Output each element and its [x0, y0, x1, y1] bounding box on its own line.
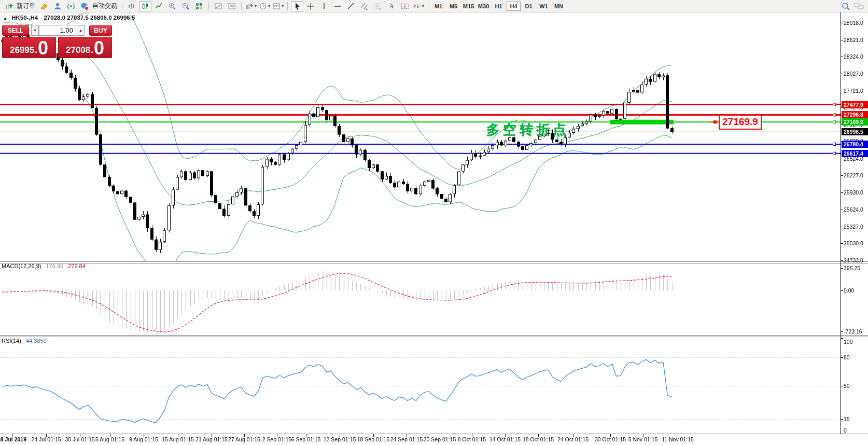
new-chart-button[interactable]: ▾ — [245, 1, 257, 11]
zoom-in-icon — [168, 2, 176, 10]
volume-input[interactable]: 1.00 — [39, 25, 76, 36]
rsi-axis-tick-label: 100 — [844, 339, 853, 345]
buy-price-button[interactable]: 27008 . 0 — [58, 37, 112, 58]
timeframe-m15-button[interactable]: M15 — [461, 2, 475, 11]
channel-button[interactable]: E — [358, 1, 371, 11]
macd-axis-tick-label: 0.00 — [844, 287, 854, 294]
data-window-icon — [228, 2, 236, 10]
crosshair-button[interactable] — [304, 1, 317, 11]
timeframe-h1-button[interactable]: H1 — [492, 2, 506, 11]
sell-price-dot: . — [35, 46, 37, 54]
line-chart-button[interactable] — [152, 1, 165, 11]
chat-button[interactable] — [853, 1, 865, 11]
price-axis-tick-label: 28918.0 — [844, 20, 863, 26]
price-chart-canvas[interactable] — [0, 0, 868, 445]
new-order-label: 新订单 — [17, 2, 35, 10]
cursor-icon — [293, 2, 301, 10]
periods-button[interactable]: ▾ — [258, 1, 271, 11]
periods-icon — [259, 2, 267, 10]
rsi-axis-tick-label: 80 — [844, 354, 850, 360]
candles-chart-icon — [141, 2, 149, 10]
new-order-button[interactable] — [3, 1, 15, 11]
autotrading-button[interactable] — [78, 1, 91, 11]
zoom-out-button[interactable] — [179, 1, 192, 11]
candles-chart-button[interactable] — [139, 1, 151, 11]
chart-title: ▲ HK50-,H4 27028.0 27037.5 26806.0 26996… — [3, 15, 135, 21]
zoom-in-button[interactable] — [166, 1, 178, 11]
volume-increase-button[interactable]: ▲ — [77, 25, 85, 36]
time-axis-label: 12 Sep 01:15 — [324, 436, 356, 442]
symbol-period-label: HK50-,H4 — [11, 15, 38, 21]
price-axis-tick-label: 25030.0 — [844, 240, 863, 246]
time-axis-label: 6 Sep 01:15 — [291, 436, 321, 442]
svg-text:T: T — [403, 4, 407, 9]
timeframe-mn-button[interactable]: MN — [552, 2, 566, 11]
time-axis-label: 2 Sep 01:15 — [262, 436, 292, 442]
tile-windows-icon — [195, 2, 203, 10]
fibonacci-button[interactable]: F — [372, 1, 384, 11]
svg-text:E: E — [366, 7, 368, 10]
horizontal-line-icon — [333, 2, 342, 10]
bull-bear-turning-point-annotation[interactable]: 多空转折点 — [486, 121, 569, 139]
indicator-window-button[interactable] — [212, 1, 225, 11]
timeframe-m5-button[interactable]: M5 — [446, 2, 460, 11]
trendline-button[interactable] — [345, 1, 357, 11]
toolbar-separator — [428, 2, 428, 10]
autotrading-label: 自动交易 — [92, 2, 117, 10]
community-icon — [53, 2, 62, 10]
time-axis-label: 5 Aug 01:15 — [95, 436, 124, 442]
time-axis-label: 9 Aug 01:15 — [129, 436, 158, 442]
timeframe-w1-button[interactable]: W1 — [537, 2, 551, 11]
timeframe-h4-button[interactable]: H4 — [507, 2, 521, 11]
buy-price-main: 27008 — [66, 46, 90, 54]
price-axis-tick-label: 25930.0 — [844, 189, 863, 196]
vertical-line-icon — [320, 2, 328, 10]
sell-price-button[interactable]: 26995 . 0 — [2, 37, 56, 58]
templates-button[interactable]: ▾ — [272, 1, 284, 11]
time-axis-label: 27 Aug 01:15 — [228, 436, 260, 442]
timeframe-d1-button[interactable]: D1 — [522, 2, 536, 11]
signals-button[interactable] — [65, 1, 77, 11]
time-axis-label: 11 Nov 01:15 — [662, 436, 694, 442]
timeframe-m1-button[interactable]: M1 — [431, 2, 445, 11]
new-chart-icon — [245, 2, 254, 10]
community-button[interactable] — [51, 1, 64, 11]
price-tag-label[interactable]: 27169.9 — [719, 115, 762, 130]
macd-name: MACD(12,26,9) — [2, 263, 41, 269]
macd-main-value: 176.95 — [46, 263, 63, 269]
sell-price-main: 26995 — [10, 46, 34, 54]
horizontal-line-button[interactable] — [331, 1, 344, 11]
buy-button[interactable]: BUY — [89, 25, 112, 36]
editor-icon — [40, 2, 48, 10]
crosshair-icon — [306, 2, 315, 10]
bars-chart-button[interactable] — [125, 1, 138, 11]
editor-button[interactable] — [38, 1, 50, 11]
svg-text:F: F — [380, 7, 382, 10]
time-axis-label: 5 Nov 01:15 — [628, 436, 658, 442]
channel-icon: E — [360, 2, 369, 10]
time-axis-label: 18 Jul 2019 — [0, 436, 26, 442]
arrows-button[interactable]: ▾ — [412, 1, 425, 11]
macd-axis-tick-label: -723.16 — [844, 328, 862, 335]
time-axis-label: 18 Sep 01:15 — [357, 436, 389, 442]
toolbar-separator — [287, 2, 288, 10]
price-level-label: 27296.8 — [842, 111, 868, 118]
text-button[interactable]: A — [385, 1, 398, 11]
time-axis-label: 15 Aug 01:15 — [162, 436, 194, 442]
vertical-line-button[interactable] — [318, 1, 330, 11]
search-button[interactable] — [839, 1, 852, 11]
one-click-collapse-arrow-icon[interactable]: ▲ — [3, 16, 7, 21]
text-icon: A — [387, 2, 396, 10]
text-label-button[interactable]: T — [399, 1, 411, 11]
timeframe-m30-button[interactable]: M30 — [477, 2, 491, 11]
toolbar-separator — [208, 2, 209, 10]
price-axis-tick-label: 28621.0 — [844, 37, 863, 43]
search-icon — [841, 2, 850, 11]
data-window-button[interactable] — [226, 1, 238, 11]
tile-windows-button[interactable] — [193, 1, 205, 11]
sell-button[interactable]: SELL — [2, 25, 29, 36]
price-axis-tick-label: 24733.0 — [844, 257, 863, 263]
volume-decrease-button[interactable]: ▼ — [31, 25, 39, 36]
svg-text:A: A — [389, 3, 394, 10]
cursor-button[interactable] — [291, 1, 303, 11]
